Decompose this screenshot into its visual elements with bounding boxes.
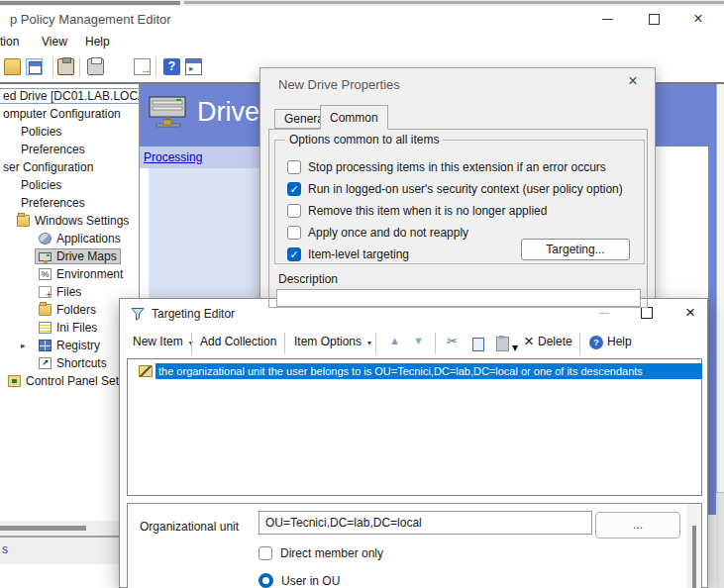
pane-right-accent [708, 84, 716, 515]
ou-item-icon [139, 365, 153, 377]
tree-horizontal-scrollbar[interactable] [0, 521, 139, 536]
organizational-unit-label: Organizational unit [140, 520, 239, 534]
minimize-button[interactable] [592, 6, 622, 32]
tree-item-files[interactable]: Files [0, 283, 139, 301]
tree-item-wrap: Shortcuts [35, 355, 111, 371]
tree-item-applications[interactable]: Applications [0, 230, 139, 247]
tree-item-wrap: Applications [35, 231, 125, 246]
description-label: Description [278, 272, 338, 286]
paste-chevron-icon[interactable]: ▾ [512, 341, 518, 354]
delete-button[interactable]: Delete [538, 335, 572, 348]
move-down-icon[interactable]: ▼ [413, 335, 424, 346]
tree-item-folders[interactable]: Folders [0, 301, 139, 319]
detail-scrollbar[interactable] [686, 504, 701, 588]
paste-icon[interactable] [496, 337, 509, 351]
background-window-edge-bar2 [184, 1, 724, 4]
direct-member-label: Direct member only [280, 546, 383, 560]
checkbox[interactable] [287, 182, 301, 196]
maximize-button[interactable] [639, 6, 669, 32]
tree-item-label: Shortcuts [56, 356, 107, 370]
window-title: p Policy Management Editor [10, 12, 171, 27]
checkbox[interactable] [287, 226, 301, 240]
delete-x-icon[interactable]: × [524, 332, 534, 351]
tree-item-wrap: ser Configuration [0, 159, 97, 175]
toolbar-separator [579, 333, 580, 354]
tree-item-label: ed Drive [DC01.LAB.LOCA [3, 89, 140, 103]
checkbox[interactable] [287, 160, 301, 174]
help-button[interactable]: Help [607, 335, 632, 348]
tree-item-wrap: Preferences [17, 195, 89, 211]
checkbox[interactable] [287, 204, 301, 218]
cut-icon[interactable]: ✂ [447, 334, 458, 348]
user-in-ou-label: User in OU [281, 574, 340, 588]
console-root-icon[interactable] [26, 58, 43, 75]
processing-link[interactable]: Processing [144, 150, 202, 164]
tree-item-registry[interactable]: ▸Registry [0, 337, 139, 354]
menu-tion[interactable]: tion [0, 35, 19, 49]
tree-item-preferences[interactable]: Preferences [0, 194, 139, 212]
tree-item-policies[interactable]: Policies [0, 123, 139, 141]
tree-item-windows-settings[interactable]: Windows Settings [0, 212, 139, 230]
close-icon[interactable]: × [623, 72, 643, 90]
checkbox-label: Remove this item when it is no longer ap… [308, 204, 547, 218]
direct-member-checkbox[interactable] [259, 546, 272, 560]
checkbox-label: Run in logged-on user's security context… [308, 182, 623, 196]
applications-icon [39, 233, 52, 245]
targeting-toolbar: New Item▾ Add Collection Item Options▾ ▲… [120, 329, 707, 358]
user-in-ou-radio[interactable] [259, 573, 273, 588]
clipboard-icon[interactable] [57, 58, 74, 75]
new-item-label: New Item [133, 335, 183, 348]
tree-item-label: Preferences [21, 196, 85, 210]
refresh-icon[interactable] [112, 58, 129, 75]
tree-item-preferences[interactable]: Preferences [0, 141, 139, 158]
tree-item-environment[interactable]: Environment [0, 265, 139, 283]
user-in-ou-row: User in OU [259, 573, 340, 588]
tree-item-wrap: Registry [35, 338, 104, 353]
tree-item-ed-drive-dc01-lab-loca[interactable]: ed Drive [DC01.LAB.LOCA [0, 87, 139, 105]
new-item-button[interactable]: New Item▾ [133, 335, 193, 348]
tree-item-wrap: Environment [35, 266, 127, 282]
tree-item-ini-files[interactable]: Ini Files [0, 319, 139, 337]
description-field[interactable] [276, 289, 641, 307]
dialog-title: Targeting Editor [152, 307, 235, 321]
organizational-unit-input[interactable]: OU=Tecnici,DC=lab,DC=local [259, 511, 592, 535]
ini-files-icon [39, 322, 52, 334]
close-icon[interactable]: × [676, 299, 704, 327]
new-window-icon[interactable] [185, 58, 202, 75]
add-collection-button[interactable]: Add Collection [200, 335, 276, 348]
tree-item-policies[interactable]: Policies [0, 176, 139, 194]
dialog-title: New Drive Properties [278, 77, 400, 92]
tab-common[interactable]: Common [320, 105, 388, 130]
close-icon: × [693, 11, 702, 27]
open-folder-icon[interactable] [4, 58, 21, 75]
tree-item-drive-maps[interactable]: Drive Maps [0, 247, 139, 265]
targeting-editor-dialog: Targeting Editor × New Item▾ Add Collect… [119, 298, 708, 588]
menu-view[interactable]: View [42, 35, 67, 49]
export-list-icon[interactable] [134, 58, 151, 75]
expander-icon[interactable]: ▸ [21, 341, 26, 350]
browse-button[interactable]: ... [595, 512, 680, 539]
checkbox[interactable] [287, 247, 301, 261]
help-topics-icon[interactable] [163, 58, 180, 75]
help-icon[interactable] [589, 336, 603, 349]
scrollbar-thumb[interactable] [692, 526, 696, 588]
menu-help[interactable]: Help [85, 35, 110, 49]
tree-item-ser-configuration[interactable]: ser Configuration [0, 158, 139, 176]
tree-item-shortcuts[interactable]: Shortcuts [0, 354, 139, 372]
targeting-button[interactable]: Targeting... [521, 239, 630, 260]
toolbar-separator [375, 333, 376, 354]
move-up-icon[interactable]: ▲ [389, 335, 400, 346]
scrollbar-thumb[interactable] [0, 526, 86, 531]
copy-icon[interactable] [472, 338, 484, 351]
tree-item-control-panel-sett[interactable]: Control Panel Sett [0, 372, 139, 390]
targeting-item-row[interactable]: the organizational unit the user belongs… [129, 362, 702, 380]
item-options-button[interactable]: Item Options▾ [294, 335, 371, 348]
option-row: Remove this item when it is no longer ap… [287, 203, 547, 219]
tree-item-wrap: Ini Files [35, 320, 101, 336]
background-window-edge-bar [0, 1, 180, 5]
close-button[interactable]: × [683, 6, 713, 32]
tree-item-wrap: omputer Configuration [0, 106, 125, 122]
tree-item-omputer-configuration[interactable]: omputer Configuration [0, 105, 139, 123]
status-text: s [2, 542, 8, 556]
printer-icon[interactable] [87, 58, 104, 75]
